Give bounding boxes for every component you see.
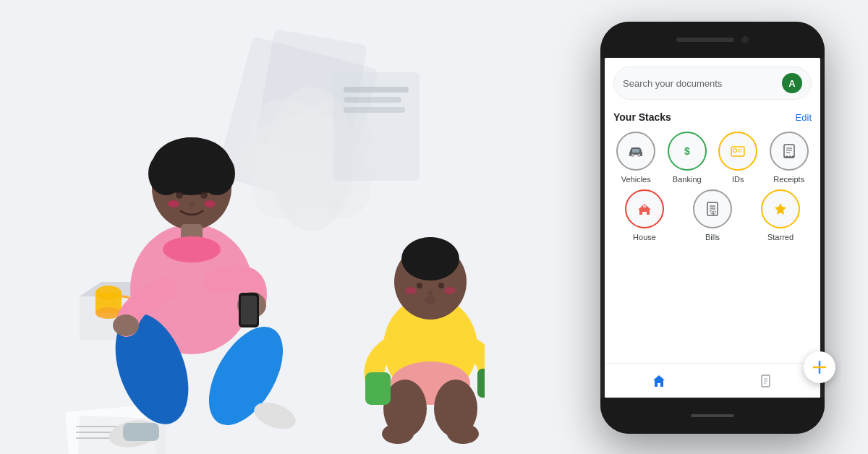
stack-item-banking[interactable]: $ Banking <box>665 132 710 184</box>
edit-button[interactable]: Edit <box>796 112 812 123</box>
app-content: Search your documents A Your Stacks Edit <box>605 58 820 398</box>
search-input-text: Search your documents <box>623 78 782 89</box>
svg-rect-40 <box>241 296 257 325</box>
phone-bottom-bar <box>600 398 825 434</box>
svg-rect-19 <box>344 97 401 103</box>
stack-icon-vehicles <box>616 132 655 171</box>
svg-point-66 <box>733 149 737 153</box>
svg-rect-59 <box>365 372 391 405</box>
svg-rect-60 <box>477 369 485 398</box>
svg-rect-18 <box>344 87 409 93</box>
stacks-title: Your Stacks <box>613 111 671 123</box>
svg-point-48 <box>417 283 422 288</box>
phone-mockup: Search your documents A Your Stacks Edit <box>600 22 825 434</box>
svg-text:$: $ <box>712 210 715 215</box>
phone-top-bar <box>600 22 825 58</box>
illustration-svg <box>22 14 485 454</box>
phone-screen: Search your documents A Your Stacks Edit <box>605 58 820 398</box>
fab-plus-icon <box>812 359 827 375</box>
nav-documents[interactable] <box>759 373 775 389</box>
svg-point-50 <box>428 291 433 295</box>
svg-point-27 <box>176 192 183 199</box>
svg-rect-42 <box>123 423 159 441</box>
svg-point-33 <box>163 236 221 262</box>
stack-icon-starred <box>761 189 800 228</box>
phone-speaker <box>676 38 734 42</box>
stack-item-receipts[interactable]: Receipts <box>767 132 812 184</box>
svg-point-31 <box>189 202 195 207</box>
svg-point-26 <box>163 137 221 174</box>
svg-rect-73 <box>643 205 646 207</box>
svg-point-41 <box>113 314 139 336</box>
stack-label-bills: Bills <box>705 233 720 241</box>
svg-point-51 <box>425 296 436 304</box>
stack-label-vehicles: Vehicles <box>621 175 651 184</box>
stack-item-house[interactable]: House <box>625 189 664 241</box>
bottom-nav <box>605 363 820 398</box>
phone-home-indicator <box>691 414 734 417</box>
stacks-row-1: Vehicles $ Banking <box>613 132 812 184</box>
svg-point-49 <box>438 283 444 288</box>
svg-point-30 <box>204 200 216 207</box>
illustration-area <box>0 0 485 454</box>
svg-point-52 <box>405 287 417 294</box>
search-bar[interactable]: Search your documents A <box>613 67 812 100</box>
stack-item-vehicles[interactable]: Vehicles <box>613 132 659 184</box>
svg-rect-20 <box>344 107 405 113</box>
stack-item-bills[interactable]: $ Bills <box>693 189 732 241</box>
stack-label-banking: Banking <box>673 175 702 184</box>
svg-point-62 <box>638 154 641 157</box>
stack-label-starred: Starred <box>767 233 793 241</box>
stack-label-ids: IDs <box>732 175 744 184</box>
svg-point-28 <box>200 192 208 199</box>
stack-icon-bills: $ <box>693 189 732 228</box>
svg-point-47 <box>426 245 435 254</box>
stack-icon-house <box>625 189 664 228</box>
svg-point-29 <box>168 200 179 207</box>
stack-item-ids[interactable]: IDs <box>715 132 761 184</box>
stack-label-house: House <box>633 233 656 241</box>
stack-label-receipts: Receipts <box>773 175 804 184</box>
stacks-row-2: House $ <box>613 189 812 241</box>
svg-point-53 <box>444 287 456 294</box>
stack-item-starred[interactable]: Starred <box>761 189 800 241</box>
svg-point-46 <box>401 237 459 280</box>
svg-point-58 <box>447 424 479 444</box>
svg-rect-63 <box>632 149 639 153</box>
phone-body: Search your documents A Your Stacks Edit <box>600 22 825 434</box>
nav-home[interactable] <box>651 373 667 389</box>
stack-icon-banking: $ <box>668 132 707 171</box>
svg-point-57 <box>382 424 414 444</box>
svg-marker-80 <box>775 203 786 215</box>
user-avatar[interactable]: A <box>782 73 802 93</box>
phone-camera <box>741 36 749 43</box>
svg-point-61 <box>631 154 634 157</box>
fab-button[interactable] <box>804 351 835 383</box>
stack-icon-receipts <box>770 132 809 171</box>
stack-icon-ids <box>718 132 757 171</box>
stacks-header: Your Stacks Edit <box>613 111 812 123</box>
svg-text:$: $ <box>684 145 690 157</box>
